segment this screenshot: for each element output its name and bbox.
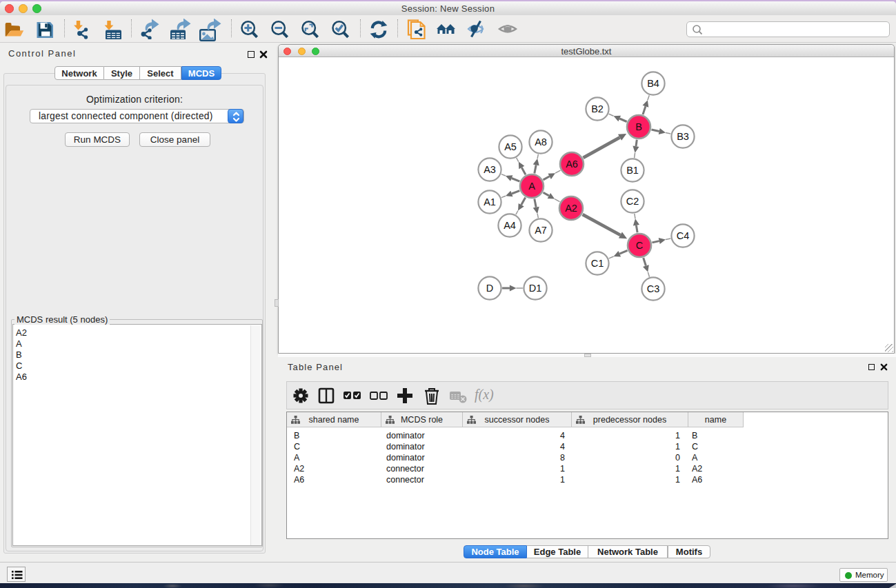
svg-text:D1: D1	[529, 283, 542, 294]
svg-text:C: C	[636, 240, 643, 251]
svg-text:A2: A2	[565, 203, 577, 214]
svg-text:C2: C2	[626, 196, 639, 207]
svg-text:B4: B4	[647, 78, 659, 89]
svg-text:C3: C3	[647, 283, 660, 294]
svg-text:A1: A1	[484, 196, 496, 207]
svg-text:B3: B3	[677, 131, 689, 142]
svg-text:B1: B1	[626, 165, 639, 176]
svg-text:A: A	[528, 181, 535, 192]
svg-text:D: D	[486, 283, 493, 294]
svg-text:B2: B2	[591, 103, 604, 114]
svg-text:A7: A7	[535, 225, 547, 236]
svg-text:A5: A5	[504, 141, 517, 152]
svg-text:A4: A4	[504, 220, 516, 231]
svg-text:A8: A8	[535, 136, 547, 148]
svg-text:A3: A3	[484, 164, 496, 175]
svg-text:C1: C1	[591, 258, 604, 269]
svg-text:A6: A6	[566, 159, 578, 170]
svg-text:B: B	[635, 121, 642, 132]
svg-text:C4: C4	[677, 230, 690, 241]
